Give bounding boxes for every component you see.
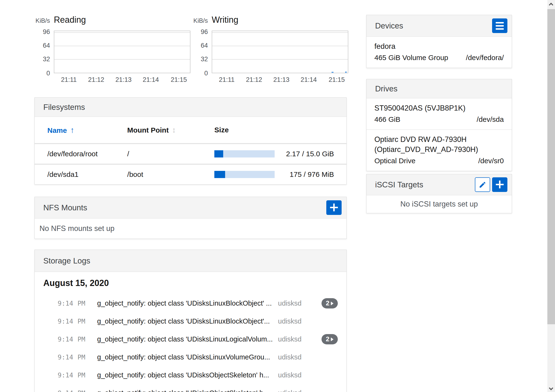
reading-unit-label: KiB/s [29, 17, 54, 24]
drive-name: Optiarc DVD RW AD-7930H (Optiarc_DVD_RW_… [374, 134, 504, 155]
log-message: g_object_notify: object class 'UDisksLin… [97, 353, 274, 361]
iscsi-title: iSCSI Targets [375, 180, 423, 189]
log-time: 9:14PM [58, 335, 97, 343]
expand-badge[interactable]: 2 [321, 334, 338, 344]
x-tick-label: 21:14 [143, 76, 159, 83]
filesystem-row[interactable]: /dev/fedora/root / 2.17 / 15.0 GiB [35, 143, 346, 164]
add-nfs-mount-button[interactable]: + [326, 200, 342, 215]
device-detail: 465 GiB Volume Group [374, 53, 448, 62]
sort-both-icon[interactable]: ↕ [172, 126, 176, 134]
log-row[interactable]: 9:14PM g_object_notify: object class 'UD… [43, 294, 338, 312]
y-tick-label: 64 [201, 42, 208, 49]
x-tick-label: 21:12 [88, 76, 104, 83]
size-label: 2.17 / 15.0 GiB [275, 150, 334, 158]
log-message: g_object_notify: object class 'UDisksObj… [97, 371, 274, 379]
writing-chart-head: KiB/s Writing [187, 15, 348, 26]
drive-detail: Optical Drive [374, 156, 416, 166]
log-row[interactable]: 9:14PM g_object_notify: object class 'UD… [43, 312, 338, 330]
x-tick-label: 21:11 [61, 76, 77, 83]
filesystems-title: Filesystems [43, 103, 85, 112]
nfs-mounts-panel: NFS Mounts + No NFS mounts set up [35, 197, 347, 239]
y-tick-label: 64 [43, 42, 50, 49]
log-source: udisksd [278, 335, 316, 343]
reading-chart: KiB/s Reading 96 64 32 0 21:11 21:12 21:… [29, 15, 190, 84]
drive-detail: 466 GiB [374, 115, 400, 124]
log-message: g_object_notify: object class 'UDisksLin… [97, 299, 274, 307]
nfs-mounts-panel-header: NFS Mounts + [35, 197, 346, 219]
log-row[interactable]: 9:14PM g_object_notify: object class 'UD… [43, 348, 338, 366]
devices-title: Devices [375, 21, 403, 30]
sort-header-mount-point[interactable]: Mount Point [127, 126, 169, 134]
badge-count: 2 [326, 335, 329, 343]
x-tick-label: 21:13 [273, 76, 289, 83]
filesystem-name: /dev/fedora/root [47, 150, 127, 158]
storage-logs-panel: Storage Logs August 15, 2020 9:14PM g_ob… [35, 250, 347, 392]
log-message: g_object_notify: object class 'UDisksLin… [97, 335, 274, 343]
reading-x-axis: 21:11 21:12 21:13 21:14 21:15 [54, 73, 190, 84]
iscsi-targets-panel: iSCSI Targets + No iSCSI targets set up [366, 174, 512, 213]
log-time: 9:14PM [58, 300, 97, 307]
log-time: 9:14PM [58, 354, 97, 361]
log-source: udisksd [278, 353, 316, 361]
storage-page: KiB/s Reading 96 64 32 0 21:11 21:12 21:… [0, 0, 555, 392]
reading-chart-head: KiB/s Reading [29, 15, 190, 26]
y-tick-label: 0 [204, 70, 208, 77]
vertical-scrollbar[interactable] [547, 0, 555, 392]
filesystems-panel: Filesystems Name↑ Mount Point↕ Size /dev… [35, 97, 347, 185]
add-iscsi-target-button[interactable]: + [492, 177, 507, 192]
usage-bar [214, 171, 275, 178]
log-row[interactable]: 9:14PM g_object_notify: object class 'UD… [43, 366, 338, 384]
drives-panel: Drives ST9500420AS (5VJB8P1K) 466 GiB /d… [366, 79, 512, 171]
writing-y-axis: 96 64 32 0 [187, 31, 212, 73]
drives-title: Drives [375, 84, 398, 93]
scrollbar-thumb[interactable] [547, 9, 555, 324]
log-time: 9:14PM [58, 389, 97, 392]
badge-count: 2 [326, 300, 329, 307]
x-tick-label: 21:11 [219, 76, 235, 83]
writing-chart: KiB/s Writing 96 64 32 0 21:11 21:12 21:… [187, 15, 348, 84]
log-row[interactable]: 9:14PM g_object_notify: object class 'UD… [43, 384, 338, 392]
pencil-icon [479, 181, 486, 189]
usage-bar [214, 150, 275, 157]
writing-unit-label: KiB/s [187, 17, 212, 24]
log-time: 9:14PM [58, 318, 97, 325]
log-source: udisksd [278, 299, 316, 307]
reading-y-axis: 96 64 32 0 [29, 31, 54, 73]
sort-header-name[interactable]: Name [47, 126, 67, 134]
sort-header-size[interactable]: Size [214, 126, 229, 134]
edit-iscsi-button[interactable] [475, 177, 490, 192]
log-message: g_object_notify: object class 'UDisksObj… [97, 389, 274, 392]
devices-menu-button[interactable] [492, 18, 507, 33]
filesystem-mount-point: / [127, 150, 214, 158]
writing-plot-area [212, 31, 348, 73]
writing-chart-title: Writing [212, 15, 238, 25]
log-row[interactable]: 9:14PM g_object_notify: object class 'UD… [43, 330, 338, 348]
storage-logs-panel-header: Storage Logs [35, 250, 346, 272]
filesystem-mount-point: /boot [127, 170, 214, 178]
badge-arrow-icon [331, 337, 334, 341]
device-name: fedora [374, 41, 504, 52]
log-message: g_object_notify: object class 'UDisksLin… [97, 317, 274, 325]
filesystems-column-headers: Name↑ Mount Point↕ Size [35, 117, 346, 143]
nfs-mounts-title: NFS Mounts [43, 203, 87, 212]
expand-badge[interactable]: 2 [321, 298, 338, 309]
devices-panel: Devices fedora 465 GiB Volume Group /dev… [366, 15, 512, 68]
filesystem-row[interactable]: /dev/sda1 /boot 175 / 976 MiB [35, 164, 346, 184]
gridline [212, 59, 348, 59]
sort-ascending-icon[interactable]: ↑ [70, 126, 74, 134]
drive-name: ST9500420AS (5VJB8P1K) [374, 103, 504, 113]
plus-icon: + [329, 201, 339, 213]
size-label: 175 / 976 MiB [275, 170, 334, 178]
drive-item[interactable]: Optiarc DVD RW AD-7930H (Optiarc_DVD_RW_… [366, 129, 512, 171]
reading-plot-area [54, 31, 190, 73]
scroll-up-icon[interactable] [549, 3, 553, 7]
gridline [212, 32, 348, 33]
writing-x-axis: 21:11 21:12 21:13 21:14 21:15 [212, 73, 348, 84]
write-activity-mark [345, 72, 347, 73]
filesystems-panel-header: Filesystems [35, 98, 346, 117]
device-path: /dev/fedora/ [466, 53, 504, 62]
y-tick-label: 32 [201, 56, 208, 63]
drive-item[interactable]: ST9500420AS (5VJB8P1K) 466 GiB /dev/sda [366, 98, 512, 129]
device-item[interactable]: fedora 465 GiB Volume Group /dev/fedora/ [366, 37, 512, 68]
scroll-down-icon[interactable] [549, 386, 553, 390]
